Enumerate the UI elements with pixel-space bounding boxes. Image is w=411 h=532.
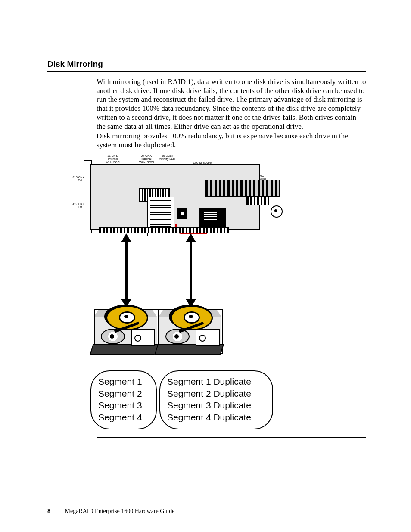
card-jumper-block-icon [246,197,269,205]
segment-item: Segment 2 [98,388,149,400]
book-title: MegaRAID Enterprise 1600 Hardware Guide [65,508,175,514]
drive-block-icon [131,329,155,346]
segment-item: Segment 3 [98,399,149,411]
card-header-row-icon [139,188,170,195]
arrow-head-up-icon [121,233,131,242]
body-paragraph-2: Disk mirroring provides 100% redundancy,… [97,132,366,149]
arrow-head-up-icon [186,233,196,242]
bidirectional-arrow-icon [125,240,128,301]
drive-actuator-icon [101,329,125,344]
card-speaker-icon [271,205,283,218]
card-chip-icon [177,208,187,219]
bidirectional-arrow-icon [190,240,192,301]
disk-mirroring-diagram: J1 Ch B Internal Wide SCSI J4 Ch A Inter… [65,151,306,435]
card-label-j1: J1 Ch B Internal Wide SCSI [104,154,121,164]
controller-card-icon [90,164,260,230]
title-rule [47,71,366,72]
page-number: 8 [47,508,50,514]
segment-list-primary: Segment 1 Segment 2 Segment 3 Segment 4 [90,370,157,429]
segment-item: Segment 1 [98,376,149,388]
disk-drive-primary-icon [94,304,159,353]
segment-item: Segment 3 Duplicate [167,399,265,411]
page-footer: 8 MegaRAID Enterprise 1600 Hardware Guid… [47,508,175,515]
section-title: Disk Mirroring [47,59,103,69]
card-terminator-block-icon [206,180,280,197]
disk-drive-mirror-icon [159,304,223,353]
drive-actuator-icon [165,329,190,344]
segment-list-duplicate: Segment 1 Duplicate Segment 2 Duplicate … [159,370,273,429]
segment-item: Segment 4 [98,411,149,423]
drive-platter-hub-icon [119,311,135,324]
card-edge-connector-icon [99,227,229,233]
segment-item: Segment 4 Duplicate [167,411,265,423]
closing-rule [97,437,366,438]
card-label-j4: J4 Ch A Internal Wide SCSI [138,154,155,164]
card-label-j6: J6 SCSI Activity LED [159,154,176,161]
drive-platter-hub-icon [184,311,200,324]
body-paragraph-1: With mirroring (used in RAID 1), data wr… [97,78,366,131]
drive-block-icon [196,329,220,346]
page: Disk Mirroring With mirroring (used in R… [0,0,411,532]
segment-item: Segment 1 Duplicate [167,376,265,388]
segment-item: Segment 2 Duplicate [167,388,265,400]
